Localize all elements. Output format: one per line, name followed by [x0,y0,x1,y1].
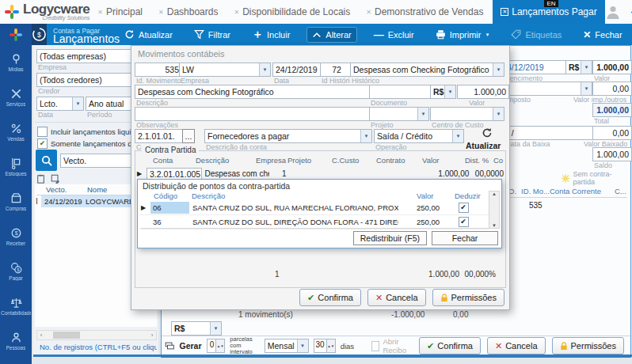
conta-browse-button[interactable]: ... [182,129,195,143]
centro-custo-select[interactable]: ▼ [430,107,504,121]
atualizar-contra-button[interactable] [482,127,493,138]
redistribuir-button[interactable]: Redistribuir (F5) [353,231,427,245]
historico-select[interactable]: Despesas com Checking Fotográfico ▼ [350,63,504,77]
sidebar-item-compras[interactable]: Compras [0,184,32,219]
sidebar-item-contabilidade[interactable]: Contabilidade [0,289,32,324]
scroll-right-icon[interactable]: › [148,332,156,339]
button-label: Incluir [267,30,290,40]
distribution-row[interactable]: ▶ 06 SANTA CRUZ DO SUL, RUA MARECHAL FLO… [139,201,489,215]
tab-close-icon[interactable]: ✕ [97,9,103,16]
add-button[interactable]: ＋ Incluir [247,25,295,44]
deduzir-checkbox[interactable]: ✔ [459,217,469,227]
cancela-button[interactable]: ✕ Cancela [487,337,546,355]
scroll-up-icon[interactable]: ▲ [492,191,497,196]
total-label: Total [594,117,609,125]
footer-bar: Gerar 0 ▲▼ parcelas com intervalo Mensal… [165,338,624,354]
id-historico-input[interactable]: 72 [320,63,353,77]
tab-demonstrativo-de-vendas[interactable]: ✕ Demonstrativo de Vendas [358,0,491,24]
tab-close-icon[interactable]: ✕ [234,9,239,16]
checkbox-box[interactable]: ✔ [37,138,48,149]
search-button[interactable] [36,150,57,171]
sem-contra-label: Sem contra-partida [573,170,630,186]
tab-principal[interactable]: ✕ Principal [89,0,150,24]
conta-input[interactable]: 2.1.01.01. [135,129,186,143]
valor-baixado-input[interactable]: 0,00 [592,126,632,140]
permissoes-button[interactable]: Permissões [432,289,504,306]
refresh-button[interactable]: Atualizar [120,27,177,42]
operacao-select[interactable]: Saída / Crédito ▼ [374,129,464,143]
moeda-footer-select[interactable]: R$ ▼ [171,321,222,336]
sidebar-item-pessoas[interactable]: Pessoas [0,324,32,358]
deduzir-checkbox[interactable]: ✔ [459,203,469,213]
clipboard-icon[interactable] [36,174,46,184]
projeto-select[interactable]: ▼ [369,107,429,121]
stepper-arrows-icon[interactable]: ▲▼ [326,339,335,352]
data-input[interactable]: 24/12/2019 [272,63,323,77]
intervalo-select[interactable]: Mensal ▼ [265,339,309,353]
moeda-select[interactable]: R$ ▼ [565,60,592,74]
documento-input[interactable] [369,85,434,99]
tab-close-icon[interactable]: ✕ [501,8,508,16]
valor-input[interactable]: 1.000,00 [457,85,509,99]
confirma-button[interactable]: ✔ Confirma [299,289,361,306]
percent-icon [10,123,22,135]
empresa-select[interactable]: LW ▼ [179,63,271,77]
filter-button[interactable]: Filtrar [189,27,235,42]
grid-edit-icon[interactable] [51,174,60,184]
valor-input[interactable]: 1.000,00 [592,60,632,74]
vertical-scrollbar[interactable]: ▲ ▼ [489,191,500,229]
sidebar-item-estoques[interactable]: Estoques [0,150,32,184]
valor-imp-input[interactable]: 0,00 [592,82,632,96]
cancela-button[interactable]: ✕ Cancela [367,289,426,306]
confirma-button[interactable]: ✔ Confirma [419,337,481,355]
abrir-recibo-checkbox[interactable]: Abrir Recibo [371,337,414,355]
print-button[interactable]: Imprimir ▼ [431,27,495,42]
observacoes-input[interactable] [135,107,373,121]
dias-stepper[interactable]: 30 ▲▼ [314,339,336,353]
data-filter-select[interactable]: Lcto. ▼ [36,97,84,111]
refresh-icon [124,29,135,40]
sidebar-item-vendas[interactable]: Vendas [0,115,32,150]
scroll-left-icon[interactable]: ‹ [37,332,45,339]
delete-button[interactable]: — Excluir [369,26,419,43]
labels-button[interactable]: Etiquetas [506,27,566,42]
data-baixa-input[interactable]: / / [504,126,597,140]
id-movimento-input[interactable]: 535 [135,63,182,77]
checkbox-box[interactable] [371,341,379,351]
sidebar-item-midias[interactable]: Mídias [0,45,32,80]
permissoes-button[interactable]: Permissões [552,337,624,355]
scroll-thumb[interactable] [53,332,80,339]
fechar-button[interactable]: Fechar [432,231,498,245]
tab-close-icon[interactable]: ✕ [158,9,164,16]
edit-button[interactable]: Alterar [306,27,356,43]
parcelas-stepper[interactable]: 0 ▲▼ [207,339,226,353]
window-bottom-border [33,355,632,357]
moeda-select[interactable]: R$ ▼ [430,85,456,99]
tab-disponibilidade-de-locais[interactable]: ✕ Disponibilidade de Locais [226,0,358,24]
registros-link[interactable]: No. de registros (CTRL+F5 ou clique ... [36,343,157,351]
tab-lancamentos-pagar[interactable]: EN ✕ Lançamentos Pagar [493,0,604,24]
sidebar-item-pagar[interactable]: $ Pagar [0,254,32,289]
cell-valor: 250,00 [398,203,440,212]
sidebar-item-servicos[interactable]: Serviços [0,80,32,115]
tab-close-icon[interactable]: ✕ [366,9,371,16]
breadcrumb: Contas a Pagar Lançamentos [47,27,120,43]
horizontal-scrollbar[interactable]: ‹ › [36,330,157,340]
sidebar-item-label: Receber [6,241,26,246]
tab-dashboards[interactable]: ✕ Dashboards [150,0,226,24]
imposto-select[interactable]: ▼ [504,82,592,96]
sidebar-item-receber[interactable]: $ Receber [0,219,32,254]
atualizar-label[interactable]: Atualizar [466,141,501,150]
checkbox-box[interactable] [37,127,48,137]
parcelas-label: parcelas com intervalo [230,336,259,355]
movimento-row-id[interactable]: 535 [529,201,543,210]
col-descricao: Descrição [196,156,229,165]
stepper-arrows-icon[interactable]: ▲▼ [215,339,224,352]
col-valor: Valor [422,156,439,165]
descricao-conta-select[interactable]: Fornecedores a pagar ▼ [204,129,372,143]
close-module-button[interactable]: ✕ Fechar [578,27,626,43]
descricao-input[interactable]: Despesas com Checking Fotográfico [135,85,373,99]
select-value: Saída / Crédito [375,130,452,142]
user-avatar-icon[interactable] [605,4,621,20]
vencimento-input[interactable]: 4/12/2019 [504,60,568,74]
